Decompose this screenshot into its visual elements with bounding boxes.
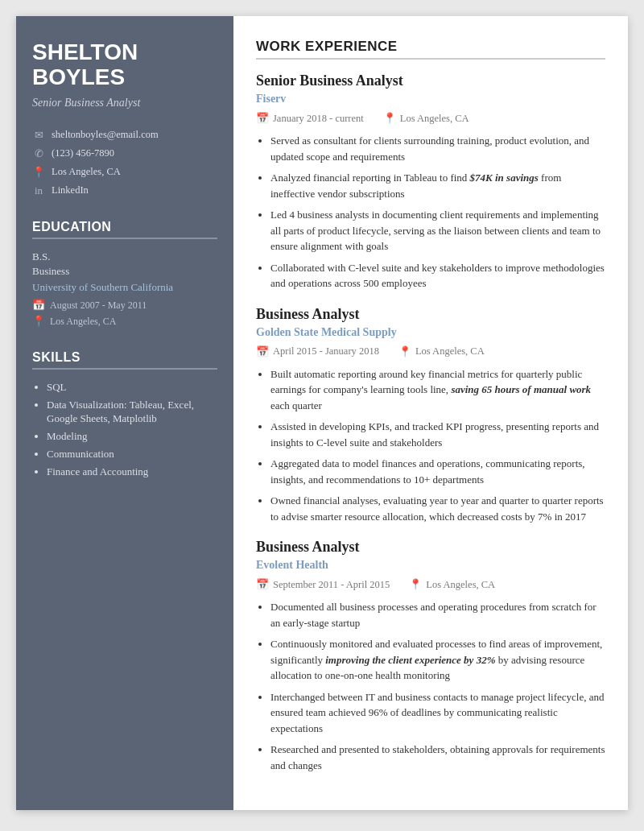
skill-item: SQL	[47, 381, 217, 395]
job-title-2: Business Analyst	[256, 306, 605, 323]
job-dates-1: 📅 January 2018 - current	[256, 112, 364, 125]
bullet-item: Led 4 business analysts in documenting c…	[270, 207, 605, 254]
education-section: EDUCATION B.S. Business University of So…	[32, 220, 217, 329]
job-entry-2: Business Analyst Golden State Medical Su…	[256, 306, 605, 525]
linkedin-item[interactable]: in LinkedIn	[32, 184, 217, 197]
candidate-title: Senior Business Analyst	[32, 97, 217, 110]
location-value: Los Angeles, CA	[52, 166, 121, 178]
calendar-icon: 📅	[32, 299, 45, 312]
job-location-3: 📍 Los Angeles, CA	[409, 578, 495, 591]
job-entry-1: Senior Business Analyst Fiserv 📅 January…	[256, 72, 605, 291]
phone-icon: ✆	[32, 147, 45, 160]
skill-item: Data Visualization: Tableau, Excel, Goog…	[47, 399, 217, 426]
job-meta-1: 📅 January 2018 - current 📍 Los Angeles, …	[256, 112, 605, 125]
skills-section: SKILLS SQL Data Visualization: Tableau, …	[32, 350, 217, 478]
resume-wrapper: SHELTON BOYLES Senior Business Analyst ✉…	[16, 16, 628, 810]
edu-location-icon: 📍	[32, 315, 45, 328]
job-location-2: 📍 Los Angeles, CA	[398, 345, 485, 358]
skills-list: SQL Data Visualization: Tableau, Excel, …	[32, 381, 217, 478]
main-content: WORK EXPERIENCE Senior Business Analyst …	[233, 16, 628, 810]
highlight-text-3: improving the client experience by 32%	[325, 654, 495, 666]
job-entry-3: Business Analyst Evolent Health 📅 Septem…	[256, 539, 605, 773]
company-2: Golden State Medical Supply	[256, 326, 605, 339]
skill-item: Modeling	[47, 430, 217, 444]
edu-school: University of Southern California	[32, 281, 217, 295]
email-icon: ✉	[32, 129, 45, 142]
highlight-text-2: saving 65 hours of manual work	[451, 383, 591, 395]
bullet-item: Assisted in developing KPIs, and tracked…	[270, 419, 605, 450]
job-meta-2: 📅 April 2015 - January 2018 📍 Los Angele…	[256, 345, 605, 358]
job-bullets-1: Served as consultant for clients surroun…	[256, 133, 605, 291]
bullet-item: Interchanged between IT and business con…	[270, 689, 605, 737]
job-dates-2: 📅 April 2015 - January 2018	[256, 345, 379, 358]
highlight-text: $74K in savings	[470, 172, 539, 184]
job-title-3: Business Analyst	[256, 539, 605, 556]
bullet-item: Collaborated with C-level suite and key …	[270, 260, 605, 291]
job-bullets-2: Built automatic reporting around key fin…	[256, 366, 605, 525]
location-icon: 📍	[32, 166, 45, 179]
job-meta-3: 📅 September 2011 - April 2015 📍 Los Ange…	[256, 578, 605, 591]
bullet-item: Owned financial analyses, evaluating yea…	[270, 493, 605, 524]
company-1: Fiserv	[256, 93, 605, 105]
candidate-name: SHELTON BOYLES	[32, 40, 217, 90]
linkedin-link[interactable]: LinkedIn	[52, 184, 89, 196]
cal-icon-1: 📅	[256, 112, 269, 125]
skill-item: Finance and Accounting	[47, 465, 217, 479]
loc-icon-3: 📍	[409, 578, 422, 591]
bullet-item: Researched and presented to stakeholders…	[270, 742, 605, 773]
bullet-item: Served as consultant for clients surroun…	[270, 133, 605, 164]
loc-icon-2: 📍	[398, 345, 411, 358]
loc-icon-1: 📍	[383, 112, 396, 125]
phone-value: (123) 456-7890	[52, 147, 114, 159]
job-dates-3: 📅 September 2011 - April 2015	[256, 578, 390, 591]
edu-degree: B.S.	[32, 250, 217, 263]
sidebar: SHELTON BOYLES Senior Business Analyst ✉…	[16, 16, 233, 810]
cal-icon-2: 📅	[256, 345, 269, 358]
work-section-header: WORK EXPERIENCE	[256, 39, 605, 60]
edu-location: 📍 Los Angeles, CA	[32, 315, 217, 328]
contact-section: ✉ sheltonboyles@email.com ✆ (123) 456-78…	[32, 129, 217, 197]
linkedin-icon: in	[32, 184, 45, 197]
phone-item: ✆ (123) 456-7890	[32, 147, 217, 160]
job-title-1: Senior Business Analyst	[256, 72, 605, 89]
location-item: 📍 Los Angeles, CA	[32, 166, 217, 179]
job-bullets-3: Documented all business processes and op…	[256, 599, 605, 773]
email-item: ✉ sheltonboyles@email.com	[32, 129, 217, 142]
skills-section-title: SKILLS	[32, 350, 217, 370]
skill-item: Communication	[47, 448, 217, 461]
email-value: sheltonboyles@email.com	[52, 129, 159, 141]
education-section-title: EDUCATION	[32, 220, 217, 239]
cal-icon-3: 📅	[256, 578, 269, 591]
bullet-item: Documented all business processes and op…	[270, 599, 605, 630]
bullet-item: Analyzed financial reporting in Tableau …	[270, 170, 605, 201]
company-3: Evolent Health	[256, 559, 605, 572]
bullet-item: Continuously monitored and evaluated pro…	[270, 636, 605, 684]
edu-field: Business	[32, 265, 217, 278]
edu-dates: 📅 August 2007 - May 2011	[32, 299, 217, 312]
bullet-item: Aggregated data to model finances and op…	[270, 456, 605, 487]
bullet-item: Built automatic reporting around key fin…	[270, 366, 605, 414]
job-location-1: 📍 Los Angeles, CA	[383, 112, 469, 125]
